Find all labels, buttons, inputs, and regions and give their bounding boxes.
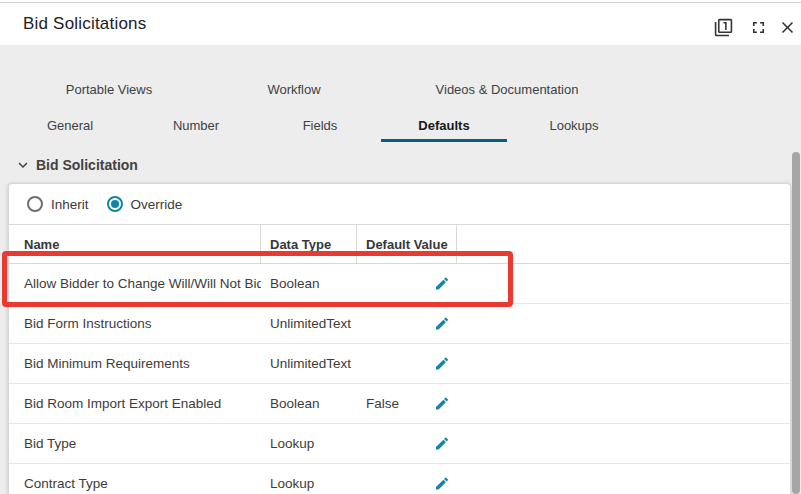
tab-label: General [47, 118, 93, 133]
cell-data-type: Lookup [261, 424, 357, 463]
table-header-row: Name Data Type Default Value [9, 224, 790, 264]
cell-data-type: Boolean [261, 384, 357, 423]
active-tab-underline [381, 139, 507, 142]
cell-name: Bid Minimum Requirements [9, 344, 261, 383]
column-header-name: Name [9, 225, 261, 263]
page-title: Bid Solicitations [23, 14, 146, 34]
titlebar: Bid Solicitations [0, 3, 801, 45]
cell-data-type: UnlimitedText [261, 304, 357, 343]
column-header-default-value: Default Value [357, 225, 457, 263]
radio-inherit[interactable]: Inherit [27, 196, 89, 212]
cell-data-type: UnlimitedText [261, 344, 357, 383]
cell-default-value [357, 304, 457, 343]
pencil-icon[interactable] [433, 315, 450, 332]
tab-label: Lookups [549, 118, 598, 133]
cell-empty [457, 344, 790, 383]
section-title: Bid Solicitation [36, 157, 138, 173]
radio-label: Inherit [51, 197, 89, 212]
cell-name: Bid Type [9, 424, 261, 463]
tab-workflow[interactable]: Workflow [224, 82, 364, 97]
defaults-table: Name Data Type Default Value Allow Bidde… [9, 224, 790, 494]
bid-solicitations-dialog: Bid Solicitations Portable Views Workflo… [0, 0, 801, 494]
tab-videos-documentation[interactable]: Videos & Documentation [427, 82, 587, 97]
cell-empty [457, 264, 790, 303]
tab-label: Number [173, 118, 219, 133]
cell-default-value: False [357, 384, 457, 423]
cell-name: Bid Form Instructions [9, 304, 261, 343]
tab-portable-views[interactable]: Portable Views [39, 82, 179, 97]
pages-icon[interactable] [711, 15, 735, 39]
tab-label: Defaults [418, 118, 469, 133]
pencil-icon[interactable] [433, 475, 450, 492]
section-header-bid-solicitation[interactable]: Bid Solicitation [14, 155, 138, 175]
table-row: Bid Minimum Requirements UnlimitedText [9, 344, 790, 384]
radio-circle-icon [27, 196, 43, 212]
radio-override[interactable]: Override [107, 196, 183, 212]
close-icon[interactable] [775, 15, 799, 39]
defaults-card: Inherit Override Name Data Type Default … [8, 183, 791, 494]
cell-empty [457, 384, 790, 423]
cell-data-type: Boolean [261, 264, 357, 303]
cell-name: Bid Room Import Export Enabled [9, 384, 261, 423]
inherit-override-radio-group: Inherit Override [9, 184, 790, 224]
column-header-data-type: Data Type [261, 225, 357, 263]
cell-empty [457, 464, 790, 494]
cell-empty [457, 304, 790, 343]
radio-circle-icon [107, 196, 123, 212]
pencil-icon[interactable] [433, 355, 450, 372]
cell-empty [457, 424, 790, 463]
cell-name: Allow Bidder to Change Will/Will Not Bid [9, 264, 261, 303]
table-row: Bid Type Lookup [9, 424, 790, 464]
table-row: Bid Form Instructions UnlimitedText [9, 304, 790, 344]
table-row: Contract Type Lookup [9, 464, 790, 494]
pencil-icon[interactable] [433, 395, 450, 412]
tab-label: Workflow [267, 82, 320, 97]
cell-default-value [357, 264, 457, 303]
chevron-down-icon [14, 156, 32, 174]
tab-label: Videos & Documentation [436, 82, 579, 97]
fullscreen-icon[interactable] [746, 15, 770, 39]
pencil-icon[interactable] [433, 275, 450, 292]
tab-general[interactable]: General [20, 118, 120, 133]
table-row: Bid Room Import Export Enabled Boolean F… [9, 384, 790, 424]
tab-fields[interactable]: Fields [270, 118, 370, 133]
cell-default-value [357, 344, 457, 383]
radio-label: Override [131, 197, 183, 212]
cell-name: Contract Type [9, 464, 261, 494]
tab-label: Portable Views [66, 82, 152, 97]
table-row: Allow Bidder to Change Will/Will Not Bid… [9, 264, 790, 304]
tab-lookups[interactable]: Lookups [524, 118, 624, 133]
cell-default-value [357, 464, 457, 494]
cell-default-value [357, 424, 457, 463]
pencil-icon[interactable] [433, 435, 450, 452]
default-value-text: False [366, 396, 399, 411]
column-header-empty [457, 225, 790, 263]
tab-label: Fields [303, 118, 338, 133]
tab-number[interactable]: Number [146, 118, 246, 133]
tab-defaults[interactable]: Defaults [381, 118, 507, 133]
scrollbar-thumb[interactable] [792, 152, 800, 494]
cell-data-type: Lookup [261, 464, 357, 494]
